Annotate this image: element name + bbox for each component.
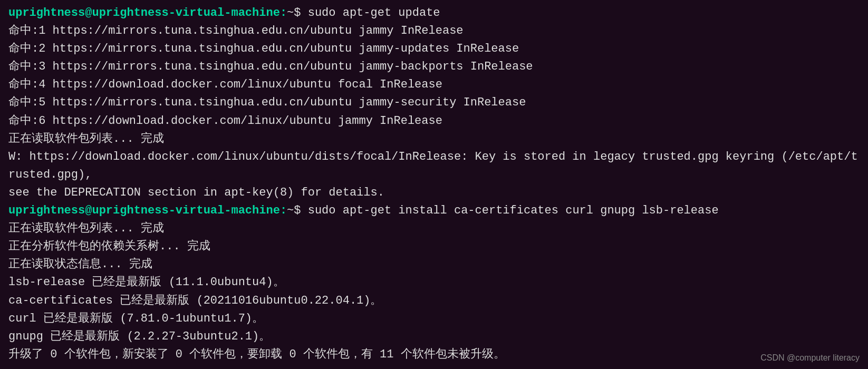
command-text: ~$ sudo apt-get install ca-certificates …	[287, 204, 719, 217]
output-text: 正在分析软件包的依赖关系树... 完成	[8, 240, 210, 253]
terminal-line: 正在读取软件包列表... 完成	[8, 220, 860, 238]
output-text: 命中:5 https://mirrors.tuna.tsinghua.edu.c…	[8, 96, 526, 109]
output-text: curl 已经是最新版 (7.81.0-1ubuntu1.7)。	[8, 312, 264, 325]
terminal-line: uprightness@uprightness-virtual-machine:…	[8, 202, 860, 220]
output-text: 命中:1 https://mirrors.tuna.tsinghua.edu.c…	[8, 24, 464, 37]
output-text: lsb-release 已经是最新版 (11.1.0ubuntu4)。	[8, 276, 285, 289]
terminal-line: 正在读取状态信息... 完成	[8, 256, 860, 274]
output-text: see the DEPRECATION section in apt-key(8…	[8, 186, 384, 199]
terminal-line: gnupg 已经是最新版 (2.2.27-3ubuntu2.1)。	[8, 328, 860, 346]
terminal-line: 命中:5 https://mirrors.tuna.tsinghua.edu.c…	[8, 94, 860, 112]
terminal-line: 正在分析软件包的依赖关系树... 完成	[8, 238, 860, 256]
terminal-line: 升级了 0 个软件包，新安装了 0 个软件包，要卸载 0 个软件包，有 11 个…	[8, 346, 860, 364]
terminal-line: 命中:4 https://download.docker.com/linux/u…	[8, 76, 860, 94]
terminal-line: 命中:3 https://mirrors.tuna.tsinghua.edu.c…	[8, 58, 860, 76]
terminal-line: 正在读取软件包列表... 完成	[8, 130, 860, 148]
terminal-line: 命中:2 https://mirrors.tuna.tsinghua.edu.c…	[8, 40, 860, 58]
output-text: gnupg 已经是最新版 (2.2.27-3ubuntu2.1)。	[8, 330, 271, 343]
command-text: ~$ sudo apt-get update	[287, 6, 440, 20]
output-text: ca-certificates 已经是最新版 (20211016ubuntu0.…	[8, 294, 382, 307]
terminal-line: see the DEPRECATION section in apt-key(8…	[8, 184, 860, 202]
terminal-line: curl 已经是最新版 (7.81.0-1ubuntu1.7)。	[8, 310, 860, 328]
terminal-line: ca-certificates 已经是最新版 (20211016ubuntu0.…	[8, 292, 860, 310]
terminal-line: 命中:1 https://mirrors.tuna.tsinghua.edu.c…	[8, 22, 860, 40]
terminal-line: lsb-release 已经是最新版 (11.1.0ubuntu4)。	[8, 274, 860, 292]
prompt: uprightness@uprightness-virtual-machine:	[8, 6, 287, 20]
output-text: 正在读取状态信息... 完成	[8, 258, 152, 271]
output-text: 命中:4 https://download.docker.com/linux/u…	[8, 78, 442, 91]
output-text: 正在读取软件包列表... 完成	[8, 132, 164, 145]
output-text: 升级了 0 个软件包，新安装了 0 个软件包，要卸载 0 个软件包，有 11 个…	[8, 348, 505, 361]
terminal-container: uprightness@uprightness-virtual-machine:…	[8, 4, 860, 364]
watermark: CSDN @computer literacy	[760, 352, 860, 365]
output-text: W: https://download.docker.com/linux/ubu…	[8, 150, 858, 181]
output-text: 命中:3 https://mirrors.tuna.tsinghua.edu.c…	[8, 60, 533, 73]
output-text: 命中:6 https://download.docker.com/linux/u…	[8, 114, 442, 128]
terminal-line: 命中:6 https://download.docker.com/linux/u…	[8, 112, 860, 130]
output-text: 命中:2 https://mirrors.tuna.tsinghua.edu.c…	[8, 42, 519, 55]
output-text: 正在读取软件包列表... 完成	[8, 222, 164, 235]
terminal-line: W: https://download.docker.com/linux/ubu…	[8, 148, 860, 184]
terminal-line: uprightness@uprightness-virtual-machine:…	[8, 4, 860, 22]
prompt: uprightness@uprightness-virtual-machine:	[8, 204, 287, 217]
